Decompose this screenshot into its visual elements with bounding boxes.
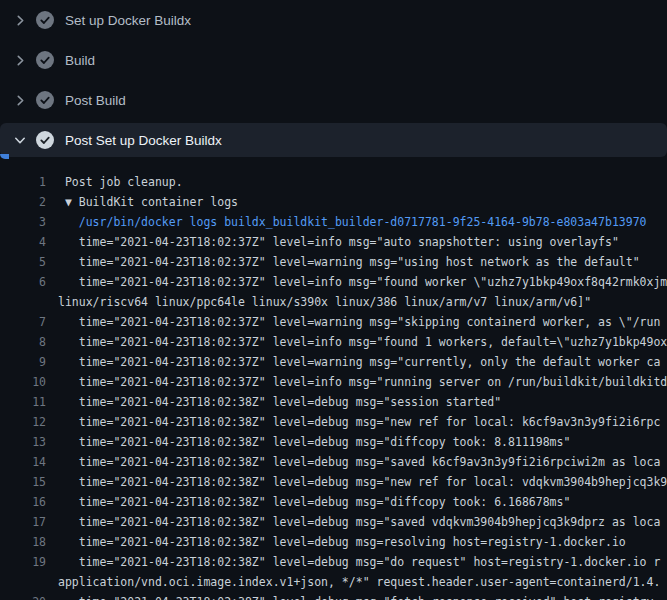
log-line-12: 12 time="2021-04-23T18:02:38Z" level=deb… (0, 412, 667, 432)
log-text: time="2021-04-23T18:02:38Z" level=debug … (46, 592, 660, 600)
focus-accent (0, 154, 9, 159)
line-number[interactable]: 13 (0, 432, 46, 452)
check-circle-icon (36, 51, 54, 69)
line-number[interactable]: 9 (0, 352, 46, 372)
log-line-15: 15 time="2021-04-23T18:02:38Z" level=deb… (0, 472, 667, 492)
log-line-14: 14 time="2021-04-23T18:02:38Z" level=deb… (0, 452, 667, 472)
step-header-set-up-docker-buildx[interactable]: Set up Docker Buildx (0, 0, 667, 40)
chevron-right-icon (14, 14, 26, 26)
log-text: time="2021-04-23T18:02:37Z" level=info m… (46, 232, 619, 252)
log-text: time="2021-04-23T18:02:38Z" level=debug … (46, 472, 667, 492)
log-line-8: 8 time="2021-04-23T18:02:37Z" level=info… (0, 332, 667, 352)
line-number[interactable]: 20 (0, 592, 46, 600)
line-number[interactable]: 18 (0, 532, 46, 552)
log-text: Post job cleanup. (46, 172, 183, 192)
log-line-9: 9 time="2021-04-23T18:02:37Z" level=warn… (0, 352, 667, 372)
line-number[interactable]: 19 (0, 552, 46, 572)
step-label: Post Set up Docker Buildx (65, 133, 222, 148)
log-line-wrap: application/vnd.oci.image.index.v1+json,… (0, 572, 667, 592)
log-line-7: 7 time="2021-04-23T18:02:37Z" level=warn… (0, 312, 667, 332)
line-number[interactable]: 2 (0, 192, 46, 212)
log-line-4: 4 time="2021-04-23T18:02:37Z" level=info… (0, 232, 667, 252)
log-text: time="2021-04-23T18:02:37Z" level=info m… (46, 372, 667, 392)
line-number[interactable]: 11 (0, 392, 46, 412)
check-circle-icon (36, 131, 54, 149)
log-text: time="2021-04-23T18:02:38Z" level=debug … (46, 532, 626, 552)
log-line-3: 3 /usr/bin/docker logs buildx_buildkit_b… (0, 212, 667, 232)
step-slot-set-up-docker-buildx: Set up Docker Buildx (0, 0, 667, 40)
log-line-20: 20 time="2021-04-23T18:02:38Z" level=deb… (0, 592, 667, 600)
step-slot-post-set-up-docker-buildx: Post Set up Docker Buildx (0, 123, 667, 163)
line-number[interactable]: 10 (0, 372, 46, 392)
line-number[interactable]: 5 (0, 252, 46, 272)
log-line-2: 2 ▼ BuildKit container logs (0, 192, 667, 212)
log-text: time="2021-04-23T18:02:38Z" level=debug … (46, 452, 660, 472)
step-header-build[interactable]: Build (0, 40, 667, 80)
line-number[interactable]: 1 (0, 172, 46, 192)
step-label: Build (65, 53, 95, 68)
log-line-11: 11 time="2021-04-23T18:02:38Z" level=deb… (0, 392, 667, 412)
step-label: Post Build (65, 93, 126, 108)
check-circle-icon (36, 91, 54, 109)
log-lines: 1 Post job cleanup.2 ▼ BuildKit containe… (0, 163, 667, 600)
step-slot-post-build: Post Build (0, 80, 667, 120)
log-line-wrap: linux/riscv64 linux/ppc64le linux/s390x … (0, 292, 667, 312)
log-line-13: 13 time="2021-04-23T18:02:38Z" level=deb… (0, 432, 667, 452)
log-text: time="2021-04-23T18:02:38Z" level=debug … (46, 412, 660, 432)
log-line-5: 5 time="2021-04-23T18:02:37Z" level=warn… (0, 252, 667, 272)
log-text: application/vnd.oci.image.index.v1+json,… (46, 572, 660, 592)
log-text: time="2021-04-23T18:02:37Z" level=warnin… (46, 312, 660, 332)
line-number[interactable]: 7 (0, 312, 46, 332)
step-label: Set up Docker Buildx (65, 13, 191, 28)
log-text: time="2021-04-23T18:02:37Z" level=info m… (46, 272, 667, 292)
log-text: time="2021-04-23T18:02:37Z" level=info m… (46, 332, 667, 352)
log-text: time="2021-04-23T18:02:38Z" level=debug … (46, 432, 570, 452)
log-text: linux/riscv64 linux/ppc64le linux/s390x … (46, 292, 591, 312)
actions-log-viewer: { "colors": { "background": "#0d1117", "… (0, 0, 667, 600)
line-number[interactable]: 14 (0, 452, 46, 472)
line-number[interactable]: 16 (0, 492, 46, 512)
chevron-right-icon (14, 54, 26, 66)
steps-list: Set up Docker BuildxBuildPost BuildPost … (0, 0, 667, 163)
step-header-post-build[interactable]: Post Build (0, 80, 667, 120)
line-number (0, 292, 46, 312)
line-number[interactable]: 15 (0, 472, 46, 492)
log-text: time="2021-04-23T18:02:38Z" level=debug … (46, 492, 570, 512)
log-text: time="2021-04-23T18:02:37Z" level=warnin… (46, 252, 640, 272)
line-number (0, 572, 46, 592)
step-slot-build: Build (0, 40, 667, 80)
log-text: time="2021-04-23T18:02:38Z" level=debug … (46, 552, 660, 572)
line-number[interactable]: 17 (0, 512, 46, 532)
line-number[interactable]: 3 (0, 212, 46, 232)
log-line-1: 1 Post job cleanup. (0, 172, 667, 192)
log-text: time="2021-04-23T18:02:38Z" level=debug … (46, 392, 501, 412)
log-line-10: 10 time="2021-04-23T18:02:37Z" level=inf… (0, 372, 667, 392)
log-text: time="2021-04-23T18:02:37Z" level=warnin… (46, 352, 660, 372)
chevron-down-icon (14, 134, 26, 146)
log-line-16: 16 time="2021-04-23T18:02:38Z" level=deb… (0, 492, 667, 512)
log-command-text: /usr/bin/docker logs buildx_buildkit_bui… (46, 212, 647, 232)
line-number[interactable]: 4 (0, 232, 46, 252)
check-circle-icon (36, 11, 54, 29)
chevron-right-icon (14, 94, 26, 106)
log-line-6: 6 time="2021-04-23T18:02:37Z" level=info… (0, 272, 667, 292)
line-number[interactable]: 12 (0, 412, 46, 432)
log-line-17: 17 time="2021-04-23T18:02:38Z" level=deb… (0, 512, 667, 532)
line-number[interactable]: 6 (0, 272, 46, 292)
log-group-toggle[interactable]: ▼ BuildKit container logs (46, 192, 238, 212)
line-number[interactable]: 8 (0, 332, 46, 352)
log-text: time="2021-04-23T18:02:38Z" level=debug … (46, 512, 660, 532)
log-line-19: 19 time="2021-04-23T18:02:38Z" level=deb… (0, 552, 667, 572)
log-line-18: 18 time="2021-04-23T18:02:38Z" level=deb… (0, 532, 667, 552)
step-header-post-set-up-docker-buildx[interactable]: Post Set up Docker Buildx (0, 123, 667, 157)
